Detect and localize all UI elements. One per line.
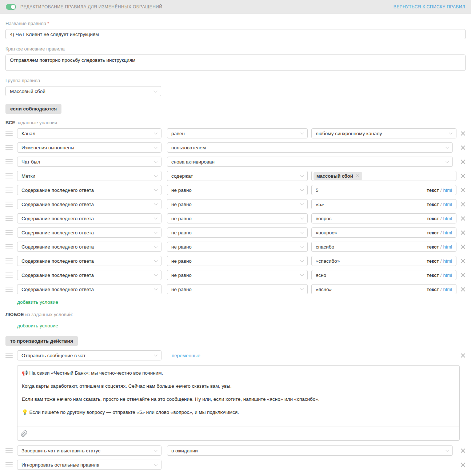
format-text-option[interactable]: текст	[427, 230, 439, 235]
condition-field-select[interactable]: Содержание последнего ответа	[17, 284, 161, 294]
condition-value-field: текст/html	[311, 256, 456, 266]
action-type-select[interactable]: Завершить чат и выставить статус	[17, 445, 161, 456]
action-type-select[interactable]: Игнорировать остальные правила	[17, 460, 161, 470]
drag-handle-icon[interactable]	[5, 243, 13, 251]
add-condition-any-link[interactable]: добавить условие	[17, 323, 58, 328]
condition-value-select[interactable]: любому синхронному каналу	[311, 128, 456, 138]
condition-operator-select[interactable]: не равно	[167, 185, 308, 195]
drag-handle-icon[interactable]	[5, 257, 13, 265]
remove-condition-icon[interactable]	[460, 159, 466, 165]
drag-handle-icon[interactable]	[5, 271, 13, 279]
condition-operator-select[interactable]: не равно	[167, 242, 308, 252]
condition-field-select[interactable]: Канал	[17, 128, 161, 138]
condition-operator-select[interactable]: не равно	[167, 256, 308, 266]
condition-value-input[interactable]	[312, 285, 427, 294]
back-to-rules-link[interactable]: ВЕРНУТЬСЯ К СПИСКУ ПРАВИЛ	[394, 4, 465, 9]
remove-condition-icon[interactable]	[460, 244, 466, 250]
format-text-option[interactable]: текст	[427, 287, 439, 292]
format-text-option[interactable]: текст	[427, 258, 439, 264]
action-type-select[interactable]: Отправить сообщение в чат	[17, 350, 161, 360]
condition-field-select[interactable]: Изменения выполнены	[17, 142, 161, 153]
format-html-option[interactable]: html	[443, 187, 452, 193]
drag-handle-icon[interactable]	[5, 447, 13, 455]
add-condition-all-link[interactable]: добавить условие	[17, 299, 58, 305]
condition-operator-select[interactable]: содержат	[167, 171, 308, 181]
attach-file-button[interactable]	[17, 427, 31, 440]
condition-field-select[interactable]: Содержание последнего ответа	[17, 242, 161, 252]
remove-condition-icon[interactable]	[460, 202, 466, 207]
format-html-option[interactable]: html	[443, 287, 452, 292]
format-html-option[interactable]: html	[443, 230, 452, 235]
drag-handle-icon[interactable]	[5, 158, 13, 166]
condition-value-input[interactable]	[312, 242, 427, 251]
rule-enabled-toggle[interactable]	[6, 4, 16, 10]
format-html-option[interactable]: html	[443, 273, 452, 278]
drag-handle-icon[interactable]	[5, 186, 13, 194]
remove-condition-icon[interactable]	[460, 131, 466, 136]
chevron-down-icon	[300, 287, 304, 291]
remove-action-icon[interactable]	[460, 448, 466, 453]
condition-operator-select[interactable]: равен	[167, 128, 308, 138]
remove-condition-icon[interactable]	[460, 273, 466, 278]
condition-field-select[interactable]: Содержание последнего ответа	[17, 213, 161, 223]
remove-condition-icon[interactable]	[460, 187, 466, 193]
message-text-area[interactable]: 📢 На связи «Честный Банк»: мы честно-чес…	[17, 366, 459, 427]
condition-value-input[interactable]	[312, 185, 427, 195]
condition-value-field: текст/html	[311, 270, 456, 280]
condition-field-select[interactable]: Содержание последнего ответа	[17, 270, 161, 280]
remove-action-icon[interactable]	[460, 353, 466, 358]
condition-value-select[interactable]: пользователем	[167, 142, 453, 153]
then-actions-badge: то производить действия	[5, 336, 78, 346]
drag-handle-icon[interactable]	[5, 229, 13, 237]
remove-condition-icon[interactable]	[460, 216, 466, 221]
remove-tag-icon[interactable]	[356, 174, 359, 178]
condition-field-select[interactable]: Метки	[17, 171, 161, 181]
condition-value-input[interactable]	[312, 270, 427, 280]
format-text-option[interactable]: текст	[427, 244, 439, 250]
format-html-option[interactable]: html	[443, 216, 452, 221]
remove-condition-icon[interactable]	[460, 258, 466, 264]
remove-condition-icon[interactable]	[460, 145, 466, 150]
remove-action-icon[interactable]	[460, 462, 466, 468]
condition-value-input[interactable]	[312, 256, 427, 266]
format-html-option[interactable]: html	[443, 202, 452, 207]
condition-tags-field[interactable]: массовый сбой	[311, 171, 456, 181]
condition-value-input[interactable]	[312, 214, 427, 223]
format-text-option[interactable]: текст	[427, 273, 439, 278]
remove-condition-icon[interactable]	[460, 173, 466, 179]
condition-operator-select[interactable]: не равно	[167, 270, 308, 280]
rule-description-input[interactable]: Отправляем повторно просьбу следовать ин…	[6, 55, 465, 70]
condition-field-select[interactable]: Содержание последнего ответа	[17, 256, 161, 266]
condition-value-select[interactable]: снова активирован	[167, 157, 453, 167]
drag-handle-icon[interactable]	[5, 285, 13, 293]
condition-field-select[interactable]: Чат был	[17, 157, 161, 167]
condition-field-select[interactable]: Содержание последнего ответа	[17, 185, 161, 195]
format-text-option[interactable]: текст	[427, 202, 439, 207]
drag-handle-icon[interactable]	[5, 129, 13, 137]
rule-group-select[interactable]: Массовый сбой	[5, 86, 161, 96]
variables-link[interactable]: переменные	[172, 353, 200, 358]
condition-value-input[interactable]	[312, 228, 427, 237]
condition-value-input[interactable]	[312, 199, 427, 209]
condition-operator-select[interactable]: не равно	[167, 213, 308, 223]
condition-operator-select[interactable]: не равно	[167, 284, 308, 294]
format-text-option[interactable]: текст	[427, 187, 439, 193]
drag-handle-icon[interactable]	[5, 214, 13, 222]
rule-name-input[interactable]	[6, 29, 465, 39]
drag-handle-icon[interactable]	[5, 461, 13, 469]
drag-handle-icon[interactable]	[5, 351, 13, 359]
condition-operator-select[interactable]: не равно	[167, 227, 308, 238]
remove-condition-icon[interactable]	[460, 287, 466, 292]
condition-field-select[interactable]: Содержание последнего ответа	[17, 227, 161, 238]
drag-handle-icon[interactable]	[5, 144, 13, 152]
format-text-option[interactable]: текст	[427, 216, 439, 221]
drag-handle-icon[interactable]	[5, 200, 13, 208]
attachment-drop-zone[interactable]	[31, 427, 459, 440]
format-html-option[interactable]: html	[443, 244, 452, 250]
remove-condition-icon[interactable]	[460, 230, 466, 235]
drag-handle-icon[interactable]	[5, 172, 13, 180]
condition-field-select[interactable]: Содержание последнего ответа	[17, 199, 161, 209]
condition-operator-select[interactable]: не равно	[167, 199, 308, 209]
format-html-option[interactable]: html	[443, 258, 452, 264]
action-value-select[interactable]: в ожидании	[167, 445, 453, 456]
